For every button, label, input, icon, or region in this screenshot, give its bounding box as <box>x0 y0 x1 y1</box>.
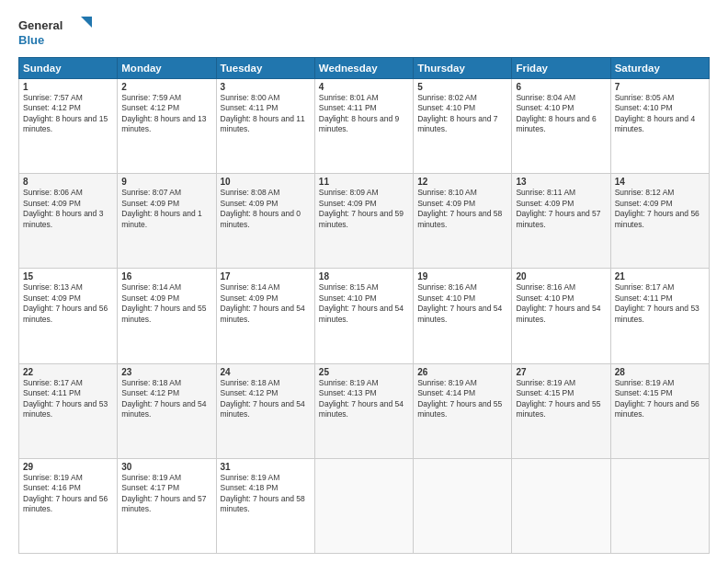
calendar-cell: 5Sunrise: 8:02 AMSunset: 4:10 PMDaylight… <box>414 79 512 174</box>
cell-content: Sunrise: 8:17 AMSunset: 4:11 PMDaylight:… <box>23 378 113 420</box>
cell-content: Sunrise: 8:04 AMSunset: 4:10 PMDaylight:… <box>516 93 606 135</box>
calendar-table: SundayMondayTuesdayWednesdayThursdayFrid… <box>18 57 710 554</box>
day-header-tuesday: Tuesday <box>216 58 314 79</box>
cell-content: Sunrise: 8:01 AMSunset: 4:11 PMDaylight:… <box>319 93 409 135</box>
calendar-cell: 16Sunrise: 8:14 AMSunset: 4:09 PMDayligh… <box>118 269 216 363</box>
day-number: 5 <box>417 82 507 92</box>
day-number: 4 <box>319 82 409 92</box>
cell-content: Sunrise: 8:12 AMSunset: 4:09 PMDaylight:… <box>615 188 705 230</box>
calendar-week-3: 15Sunrise: 8:13 AMSunset: 4:09 PMDayligh… <box>19 269 710 363</box>
day-number: 21 <box>615 271 705 282</box>
calendar-cell: 4Sunrise: 8:01 AMSunset: 4:11 PMDaylight… <box>314 79 413 174</box>
calendar-week-2: 8Sunrise: 8:06 AMSunset: 4:09 PMDaylight… <box>19 174 710 269</box>
day-number: 20 <box>516 271 606 282</box>
calendar-cell: 29Sunrise: 8:19 AMSunset: 4:16 PMDayligh… <box>19 458 118 553</box>
calendar-cell: 1Sunrise: 7:57 AMSunset: 4:12 PMDaylight… <box>19 79 118 174</box>
calendar-cell: 14Sunrise: 8:12 AMSunset: 4:09 PMDayligh… <box>610 174 709 269</box>
logo-svg: General Blue <box>18 15 101 50</box>
logo: General Blue <box>18 15 101 50</box>
day-number: 1 <box>23 82 113 92</box>
calendar-cell: 23Sunrise: 8:18 AMSunset: 4:12 PMDayligh… <box>118 363 216 458</box>
calendar-cell <box>414 458 512 553</box>
day-number: 24 <box>221 367 311 377</box>
day-number: 6 <box>516 82 606 92</box>
calendar-week-1: 1Sunrise: 7:57 AMSunset: 4:12 PMDaylight… <box>19 79 710 174</box>
calendar-cell: 9Sunrise: 8:07 AMSunset: 4:09 PMDaylight… <box>118 174 216 269</box>
cell-content: Sunrise: 8:15 AMSunset: 4:10 PMDaylight:… <box>319 282 409 325</box>
day-number: 8 <box>23 177 113 187</box>
cell-content: Sunrise: 8:07 AMSunset: 4:09 PMDaylight:… <box>121 188 211 230</box>
cell-content: Sunrise: 8:19 AMSunset: 4:18 PMDaylight:… <box>221 473 311 515</box>
cell-content: Sunrise: 8:19 AMSunset: 4:14 PMDaylight:… <box>417 378 507 420</box>
cell-content: Sunrise: 7:57 AMSunset: 4:12 PMDaylight:… <box>23 93 113 135</box>
cell-content: Sunrise: 8:19 AMSunset: 4:15 PMDaylight:… <box>615 378 705 420</box>
day-number: 29 <box>23 462 113 472</box>
cell-content: Sunrise: 8:18 AMSunset: 4:12 PMDaylight:… <box>221 378 311 420</box>
calendar-cell: 15Sunrise: 8:13 AMSunset: 4:09 PMDayligh… <box>19 269 118 363</box>
calendar-cell: 6Sunrise: 8:04 AMSunset: 4:10 PMDaylight… <box>512 79 610 174</box>
cell-content: Sunrise: 7:59 AMSunset: 4:12 PMDaylight:… <box>121 93 211 135</box>
cell-content: Sunrise: 8:09 AMSunset: 4:09 PMDaylight:… <box>319 188 409 230</box>
day-number: 26 <box>417 367 507 377</box>
cell-content: Sunrise: 8:19 AMSunset: 4:16 PMDaylight:… <box>23 473 113 515</box>
day-number: 12 <box>417 177 507 187</box>
day-number: 25 <box>319 367 409 377</box>
calendar-cell: 30Sunrise: 8:19 AMSunset: 4:17 PMDayligh… <box>118 458 216 553</box>
calendar-cell: 7Sunrise: 8:05 AMSunset: 4:10 PMDaylight… <box>610 79 709 174</box>
svg-text:General: General <box>18 18 63 32</box>
cell-content: Sunrise: 8:18 AMSunset: 4:12 PMDaylight:… <box>121 378 211 420</box>
calendar-cell: 22Sunrise: 8:17 AMSunset: 4:11 PMDayligh… <box>19 363 118 458</box>
day-header-monday: Monday <box>118 58 216 79</box>
day-number: 22 <box>23 367 113 377</box>
calendar-cell: 21Sunrise: 8:17 AMSunset: 4:11 PMDayligh… <box>610 269 709 363</box>
calendar-cell: 24Sunrise: 8:18 AMSunset: 4:12 PMDayligh… <box>216 363 314 458</box>
cell-content: Sunrise: 8:00 AMSunset: 4:11 PMDaylight:… <box>221 93 311 135</box>
day-header-sunday: Sunday <box>19 58 118 79</box>
calendar-cell: 31Sunrise: 8:19 AMSunset: 4:18 PMDayligh… <box>216 458 314 553</box>
calendar-cell: 18Sunrise: 8:15 AMSunset: 4:10 PMDayligh… <box>314 269 413 363</box>
day-number: 18 <box>319 271 409 282</box>
calendar-cell: 26Sunrise: 8:19 AMSunset: 4:14 PMDayligh… <box>414 363 512 458</box>
calendar-cell: 2Sunrise: 7:59 AMSunset: 4:12 PMDaylight… <box>118 79 216 174</box>
day-header-friday: Friday <box>512 58 610 79</box>
day-number: 13 <box>516 177 606 187</box>
day-number: 30 <box>121 462 211 472</box>
day-number: 31 <box>221 462 311 472</box>
day-header-thursday: Thursday <box>414 58 512 79</box>
cell-content: Sunrise: 8:05 AMSunset: 4:10 PMDaylight:… <box>615 93 705 135</box>
cell-content: Sunrise: 8:14 AMSunset: 4:09 PMDaylight:… <box>121 282 211 325</box>
day-number: 7 <box>615 82 705 92</box>
day-number: 14 <box>615 177 705 187</box>
calendar-cell <box>314 458 413 553</box>
header: General Blue <box>18 15 710 50</box>
day-number: 15 <box>23 271 113 282</box>
cell-content: Sunrise: 8:17 AMSunset: 4:11 PMDaylight:… <box>615 282 705 325</box>
calendar-cell: 3Sunrise: 8:00 AMSunset: 4:11 PMDaylight… <box>216 79 314 174</box>
day-number: 3 <box>221 82 311 92</box>
calendar-page: General Blue SundayMondayTuesdayWednesda… <box>0 0 728 563</box>
calendar-cell: 11Sunrise: 8:09 AMSunset: 4:09 PMDayligh… <box>314 174 413 269</box>
calendar-cell: 19Sunrise: 8:16 AMSunset: 4:10 PMDayligh… <box>414 269 512 363</box>
day-number: 16 <box>121 271 211 282</box>
cell-content: Sunrise: 8:19 AMSunset: 4:13 PMDaylight:… <box>319 378 409 420</box>
calendar-cell: 17Sunrise: 8:14 AMSunset: 4:09 PMDayligh… <box>216 269 314 363</box>
day-number: 17 <box>221 271 311 282</box>
calendar-week-4: 22Sunrise: 8:17 AMSunset: 4:11 PMDayligh… <box>19 363 710 458</box>
cell-content: Sunrise: 8:16 AMSunset: 4:10 PMDaylight:… <box>417 282 507 325</box>
day-number: 9 <box>121 177 211 187</box>
day-header-saturday: Saturday <box>610 58 709 79</box>
cell-content: Sunrise: 8:06 AMSunset: 4:09 PMDaylight:… <box>23 188 113 230</box>
calendar-cell: 25Sunrise: 8:19 AMSunset: 4:13 PMDayligh… <box>314 363 413 458</box>
cell-content: Sunrise: 8:08 AMSunset: 4:09 PMDaylight:… <box>221 188 311 230</box>
day-number: 11 <box>319 177 409 187</box>
cell-content: Sunrise: 8:11 AMSunset: 4:09 PMDaylight:… <box>516 188 606 230</box>
calendar-cell: 10Sunrise: 8:08 AMSunset: 4:09 PMDayligh… <box>216 174 314 269</box>
svg-text:Blue: Blue <box>18 33 44 47</box>
calendar-cell <box>512 458 610 553</box>
calendar-cell: 20Sunrise: 8:16 AMSunset: 4:10 PMDayligh… <box>512 269 610 363</box>
day-number: 2 <box>121 82 211 92</box>
cell-content: Sunrise: 8:14 AMSunset: 4:09 PMDaylight:… <box>221 282 311 325</box>
calendar-cell: 12Sunrise: 8:10 AMSunset: 4:09 PMDayligh… <box>414 174 512 269</box>
day-number: 27 <box>516 367 606 377</box>
day-number: 10 <box>221 177 311 187</box>
